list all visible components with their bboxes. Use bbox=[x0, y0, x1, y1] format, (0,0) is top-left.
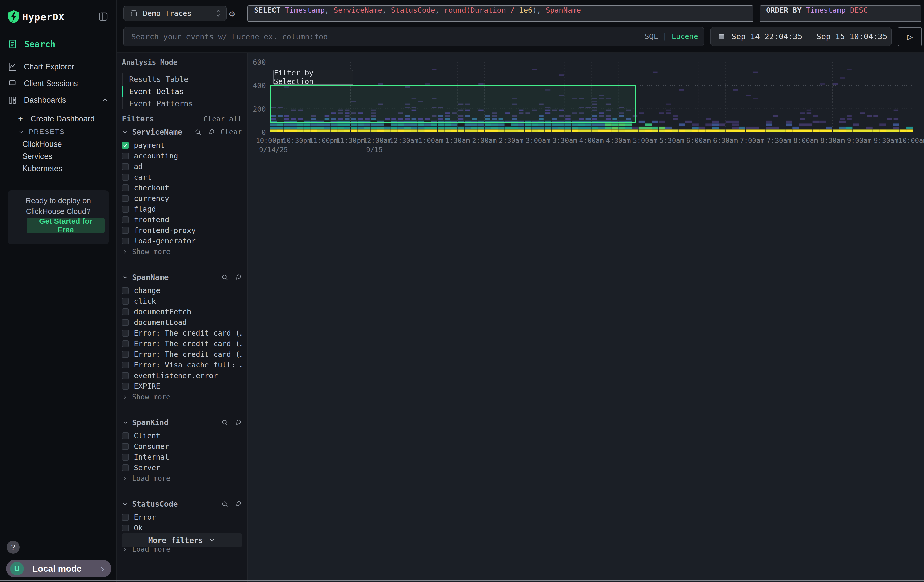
search-icon[interactable] bbox=[221, 419, 229, 426]
help-button[interactable]: ? bbox=[7, 541, 20, 554]
filter-checkbox-load-generator[interactable]: load-generator bbox=[122, 236, 242, 246]
filter-checkbox-client[interactable]: Client bbox=[122, 431, 242, 441]
x-axis-tick-label: 6:00am bbox=[686, 137, 711, 145]
filter-checkbox-documentload[interactable]: documentLoad bbox=[122, 317, 242, 327]
analysis-mode-title: Analysis Mode bbox=[122, 58, 177, 66]
analysis-mode-item-event-deltas[interactable]: Event Deltas bbox=[129, 87, 184, 96]
filter-checkbox-expire[interactable]: EXPIRE bbox=[122, 381, 242, 391]
checkbox bbox=[122, 383, 129, 390]
event-deltas-chart: 6004002000 Filter by Selection 10:00pm10… bbox=[248, 53, 924, 582]
filter-checkbox-checkout[interactable]: checkout bbox=[122, 183, 242, 193]
promo-text-line1: Ready to deploy on bbox=[8, 196, 109, 205]
filter-checkbox-change[interactable]: change bbox=[122, 285, 242, 295]
filter-checkbox-payment[interactable]: payment bbox=[122, 140, 242, 150]
filter-checkbox-internal[interactable]: Internal bbox=[122, 452, 242, 462]
data-source-select[interactable]: Demo Traces bbox=[124, 6, 227, 21]
analysis-mode-item-results-table[interactable]: Results Table bbox=[129, 75, 188, 84]
checkbox-label: Client bbox=[134, 432, 160, 440]
filter-checkbox-consumer[interactable]: Consumer bbox=[122, 441, 242, 452]
sidebar-item-services[interactable]: Services bbox=[22, 152, 52, 161]
filter-checkbox-ad[interactable]: ad bbox=[122, 162, 242, 171]
sidebar-item-clickhouse[interactable]: ClickHouse bbox=[22, 140, 62, 149]
x-axis-tick-label: 3:00am bbox=[526, 137, 551, 145]
pin-icon[interactable] bbox=[234, 274, 242, 281]
create-dashboard-button[interactable]: + Create Dashboard bbox=[18, 114, 95, 124]
get-started-button[interactable]: Get Started for Free bbox=[27, 218, 105, 233]
source-settings-gear-icon[interactable]: ⚙ bbox=[229, 8, 235, 19]
filter-checkbox-flagd[interactable]: flagd bbox=[122, 204, 242, 214]
order-by-input[interactable]: ORDER BY Timestamp DESC bbox=[759, 5, 921, 22]
more-filters-button[interactable]: More filters bbox=[122, 533, 242, 547]
filter-section-header-servicename[interactable]: ServiceNameClear bbox=[122, 127, 242, 137]
filter-checkbox-frontend[interactable]: frontend bbox=[122, 214, 242, 225]
checkbox bbox=[122, 432, 129, 439]
chevron-up-icon bbox=[101, 96, 109, 104]
show-more-button[interactable]: Show more bbox=[122, 247, 170, 256]
chevron-down-icon bbox=[122, 501, 129, 507]
load-more-button[interactable]: Load more bbox=[122, 474, 170, 483]
x-axis-tick-label: 10:00am bbox=[898, 137, 924, 145]
filter-section-title: SpanName bbox=[132, 273, 169, 282]
pin-icon[interactable] bbox=[234, 419, 242, 426]
filter-section-header-statuscode[interactable]: StatusCode bbox=[122, 500, 242, 508]
checkbox bbox=[122, 330, 129, 336]
horizontal-scrollbar[interactable] bbox=[0, 580, 924, 582]
user-menu[interactable]: U Local mode › bbox=[6, 560, 111, 577]
sql-toggle[interactable]: SQL bbox=[645, 32, 658, 41]
filter-section-header-spankind[interactable]: SpanKind bbox=[122, 418, 242, 427]
checkbox bbox=[122, 216, 129, 223]
filter-checkbox-error-the-credit-card-[interactable]: Error: The credit card (… bbox=[122, 338, 242, 349]
search-icon[interactable] bbox=[221, 500, 229, 508]
filter-checkbox-error-the-credit-card-[interactable]: Error: The credit card (… bbox=[122, 328, 242, 338]
clear-all-button[interactable]: Clear all bbox=[203, 115, 242, 123]
checkbox-label: Consumer bbox=[134, 442, 169, 451]
x-axis-tick-label: 9:30am bbox=[874, 137, 898, 145]
filter-checkbox-frontend-proxy[interactable]: frontend-proxy bbox=[122, 225, 242, 235]
checkbox-label: Error: Visa cache full: … bbox=[134, 361, 242, 369]
chart-selection-region[interactable] bbox=[270, 85, 636, 123]
filter-checkbox-error[interactable]: Error bbox=[122, 512, 242, 522]
select-clause-input[interactable]: SELECT Timestamp, ServiceName, StatusCod… bbox=[248, 5, 754, 22]
filter-section-header-spanname[interactable]: SpanName bbox=[122, 273, 242, 282]
time-range-label: Sep 14 22:04:35 - Sep 15 10:04:35 bbox=[731, 32, 887, 41]
presets-group-toggle[interactable]: PRESETS bbox=[18, 128, 65, 136]
clear-section-button[interactable]: Clear bbox=[221, 128, 242, 136]
checkbox bbox=[122, 351, 129, 358]
calendar-icon bbox=[718, 32, 725, 41]
filter-by-selection-button[interactable]: Filter by Selection bbox=[273, 69, 353, 85]
time-range-picker[interactable]: Sep 14 22:04:35 - Sep 15 10:04:35 bbox=[710, 27, 892, 46]
sidebar-item-kubernetes[interactable]: Kubernetes bbox=[22, 164, 63, 173]
pin-icon[interactable] bbox=[208, 128, 215, 136]
avatar: U bbox=[10, 562, 24, 575]
x-axis-tick-label: 3:30am bbox=[552, 137, 577, 145]
sidebar-item-search[interactable]: Search bbox=[8, 38, 55, 51]
filter-checkbox-documentfetch[interactable]: documentFetch bbox=[122, 307, 242, 317]
analysis-mode-active-indicator bbox=[122, 86, 123, 97]
search-icon[interactable] bbox=[194, 128, 202, 136]
filter-checkbox-error-the-credit-card-[interactable]: Error: The credit card (… bbox=[122, 349, 242, 359]
checkbox bbox=[122, 206, 129, 213]
run-query-button[interactable]: ▷ bbox=[898, 27, 922, 46]
sidebar-item-chart-explorer[interactable]: Chart Explorer bbox=[8, 60, 74, 73]
filter-checkbox-cart[interactable]: cart bbox=[122, 172, 242, 182]
x-axis-tick-label: 10:00pm bbox=[256, 137, 285, 145]
search-icon[interactable] bbox=[221, 274, 229, 281]
search-input[interactable] bbox=[131, 27, 638, 46]
filter-checkbox-server[interactable]: Server bbox=[122, 463, 242, 473]
chevron-down-icon bbox=[122, 419, 129, 426]
sidebar-item-dashboards[interactable]: Dashboards bbox=[8, 94, 109, 107]
filter-checkbox-accounting[interactable]: accounting bbox=[122, 151, 242, 161]
show-more-button[interactable]: Show more bbox=[122, 393, 170, 401]
pin-icon[interactable] bbox=[234, 500, 242, 508]
filter-checkbox-click[interactable]: click bbox=[122, 296, 242, 306]
lucene-toggle[interactable]: Lucene bbox=[672, 32, 698, 41]
filter-checkbox-currency[interactable]: currency bbox=[122, 193, 242, 203]
filter-checkbox-eventlistener-error[interactable]: eventListener.error bbox=[122, 371, 242, 381]
sidebar-collapse-icon[interactable] bbox=[98, 11, 109, 22]
filter-checkbox-error-visa-cache-full-[interactable]: Error: Visa cache full: … bbox=[122, 360, 242, 370]
x-axis-tick-label: 6:30am bbox=[713, 137, 738, 145]
analysis-mode-item-event-patterns[interactable]: Event Patterns bbox=[129, 99, 193, 108]
filter-checkbox-ok[interactable]: Ok bbox=[122, 523, 242, 533]
sidebar-item-client-sessions[interactable]: Client Sessions bbox=[8, 77, 78, 90]
checkbox-label: checkout bbox=[134, 183, 169, 192]
